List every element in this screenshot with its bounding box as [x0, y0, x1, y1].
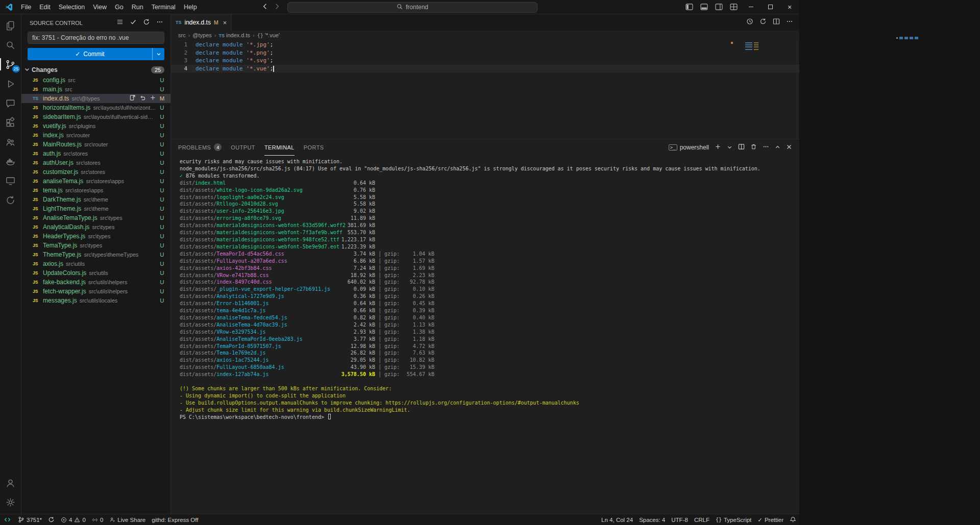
file-row[interactable]: JSsidebarItem.jssrc\layouts\full\vertica… [21, 112, 170, 121]
command-center-search[interactable]: frontend [287, 2, 537, 13]
activity-accounts-icon[interactable] [0, 473, 21, 492]
commit-button-main[interactable]: ✓ Commit [28, 48, 152, 60]
file-row[interactable]: JStema.jssrc\stores\appsU [21, 186, 170, 195]
tab-index-d-ts[interactable]: TS index.d.ts M × [171, 14, 232, 31]
breadcrumb-item[interactable]: @types [192, 32, 211, 38]
minimap[interactable] [745, 42, 768, 51]
file-row[interactable]: JSDarkTheme.jssrc\themeU [21, 195, 170, 204]
file-row[interactable]: JSindex.jssrc\routerU [21, 131, 170, 140]
notifications-bell[interactable] [787, 514, 799, 525]
split-terminal-icon[interactable] [738, 143, 745, 152]
maximize-panel-icon[interactable] [775, 143, 780, 152]
file-row[interactable]: JScustomizer.jssrc\storesU [21, 167, 170, 177]
new-terminal-icon[interactable] [715, 143, 721, 152]
panel-tab-ports[interactable]: PORTS [304, 139, 324, 156]
githd-indicator[interactable]: githd: Express Off [149, 514, 201, 525]
activity-run-and-debug-icon[interactable] [0, 74, 21, 93]
file-row[interactable]: JSMainRoutes.jssrc\routerU [21, 140, 170, 149]
menu-terminal[interactable]: Terminal [148, 3, 180, 12]
menu-view[interactable]: View [89, 3, 111, 12]
menu-edit[interactable]: Edit [35, 3, 55, 12]
status-cursor-position[interactable]: Ln 4, Col 24 [598, 514, 636, 525]
remote-indicator[interactable] [0, 514, 15, 525]
open-file-icon[interactable] [129, 94, 136, 103]
close-window-button[interactable]: × [780, 0, 799, 14]
menu-run[interactable]: Run [128, 3, 148, 12]
activity-remote-explorer-icon[interactable] [0, 171, 21, 190]
file-row[interactable]: JSHeaderTypes.jssrc\typesU [21, 232, 170, 241]
activity-extensions-icon[interactable] [0, 113, 21, 132]
toggle-primary-sidebar-icon[interactable] [682, 0, 697, 14]
toggle-panel-icon[interactable] [697, 0, 712, 14]
branch-indicator[interactable]: 3751* [15, 514, 45, 525]
status-encoding[interactable]: UTF-8 [668, 514, 691, 525]
file-row[interactable]: JSmessages.jssrc\utils\localesU [21, 296, 170, 305]
terminal-output[interactable]: ecurity risks and may cause issues with … [171, 156, 799, 514]
menu-help[interactable]: Help [180, 3, 201, 12]
activity-manage-icon[interactable] [0, 492, 21, 512]
toggle-secondary-sidebar-icon[interactable] [712, 0, 726, 14]
discard-icon[interactable] [139, 94, 146, 103]
minimize-button[interactable] [741, 0, 761, 14]
launch-profile-chevron-icon[interactable] [727, 143, 732, 152]
more-actions-icon[interactable] [763, 143, 769, 152]
file-row[interactable]: JSmain.jssrcU [21, 85, 170, 94]
customize-layout-icon[interactable] [726, 0, 741, 14]
activity-source-control-icon[interactable]: 25 [0, 55, 21, 74]
close-panel-icon[interactable] [786, 143, 792, 152]
panel-tab-output[interactable]: OUTPUT [231, 139, 255, 156]
view-as-tree-icon[interactable] [116, 18, 124, 28]
changes-section-header[interactable]: Changes 25 [21, 64, 170, 76]
commit-button[interactable]: ✓ Commit [28, 48, 164, 60]
file-row[interactable]: JSaxios.jssrc\utilsU [21, 259, 170, 268]
go-forward-icon[interactable] [273, 3, 281, 12]
file-row[interactable]: JSvuetify.jssrc\pluginsU [21, 121, 170, 131]
activity-search-icon[interactable] [0, 35, 21, 55]
file-row[interactable]: TSindex.d.tssrc\@typesM [21, 94, 170, 103]
sync-changes-button[interactable] [45, 514, 58, 525]
tab-close-icon[interactable]: × [223, 19, 227, 27]
timeline-icon[interactable] [746, 18, 753, 27]
panel-tab-problems[interactable]: PROBLEMS4 [178, 139, 222, 156]
commit-dropdown-button[interactable] [152, 48, 164, 60]
file-row[interactable]: JSauth.jssrc\storesU [21, 149, 170, 158]
menu-file[interactable]: File [17, 3, 35, 12]
file-row[interactable]: JSThemeType.jssrc\types\themeTypesU [21, 250, 170, 259]
kill-terminal-icon[interactable] [750, 143, 757, 152]
file-row[interactable]: JSanaliseTema.jssrc\stores\appsU [21, 177, 170, 186]
file-row[interactable]: JSauthUser.jssrc\storesU [21, 158, 170, 167]
terminal-shell-selector[interactable]: >_ powershell [669, 144, 709, 151]
status-indentation[interactable]: Spaces: 4 [636, 514, 668, 525]
split-editor-icon[interactable] [773, 18, 780, 27]
go-back-icon[interactable] [261, 3, 269, 12]
file-row[interactable]: JSfetch-wrapper.jssrc\utils\helpersU [21, 287, 170, 296]
status-eol[interactable]: CRLF [691, 514, 713, 525]
code-editor[interactable]: 1declare module '*.jpg';2declare module … [171, 40, 799, 139]
maximize-button[interactable] [761, 0, 780, 14]
activity-docker-icon[interactable] [0, 152, 21, 171]
activity-settings-sync-icon[interactable] [0, 190, 21, 210]
breadcrumb-item[interactable]: src [178, 32, 186, 38]
status-language-mode[interactable]: {}TypeScript [713, 514, 754, 525]
commit-message-input[interactable]: fix: 3751 - Correção do erro no .vue [28, 32, 164, 44]
breadcrumb-item[interactable]: {}'*.vue' [257, 32, 280, 38]
menu-go[interactable]: Go [111, 3, 128, 12]
activity-explorer-icon[interactable] [0, 16, 21, 35]
file-row[interactable]: JSconfig.jssrcU [21, 76, 170, 85]
file-row[interactable]: JSLightTheme.jssrc\themeU [21, 204, 170, 213]
file-row[interactable]: JSfake-backend.jssrc\utils\helpersU [21, 278, 170, 287]
activity-accounts-group-icon[interactable] [0, 132, 21, 152]
file-row[interactable]: JShorizontalItems.jssrc\layouts\full\hor… [21, 103, 170, 112]
activity-chat-icon[interactable] [0, 93, 21, 113]
breadcrumb-item[interactable]: TSindex.d.ts [218, 32, 250, 38]
status-formatter[interactable]: ✓Prettier [754, 514, 787, 525]
more-actions-icon[interactable] [156, 18, 163, 28]
problems-indicator[interactable]: 4 0 [58, 514, 89, 525]
settings-sync-icon[interactable] [760, 18, 767, 27]
file-row[interactable]: JSAnaliseTemaType.jssrc\typesU [21, 213, 170, 222]
more-actions-icon[interactable] [786, 18, 793, 27]
panel-tab-terminal[interactable]: TERMINAL [264, 139, 295, 156]
live-share-button[interactable]: Live Share [106, 514, 149, 525]
file-row[interactable]: JSTemaType.jssrc\typesU [21, 241, 170, 250]
commit-check-icon[interactable] [130, 18, 137, 28]
